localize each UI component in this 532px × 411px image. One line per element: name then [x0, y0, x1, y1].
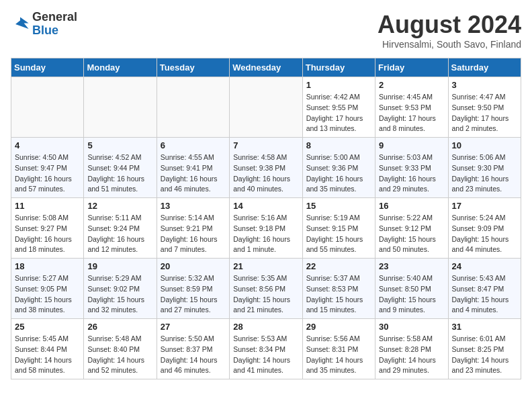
day-number: 31 [452, 322, 517, 332]
calendar-day-cell: 24Sunrise: 5:43 AMSunset: 8:47 PMDayligh… [448, 259, 521, 319]
day-info: Sunrise: 5:14 AMSunset: 9:21 PMDaylight:… [161, 213, 226, 255]
calendar-header-row: SundayMondayTuesdayWednesdayThursdayFrid… [11, 58, 521, 77]
day-number: 27 [161, 322, 226, 332]
day-info: Sunrise: 5:56 AMSunset: 8:31 PMDaylight:… [306, 334, 371, 376]
day-number: 6 [161, 140, 226, 150]
calendar-day-cell: 7Sunrise: 4:58 AMSunset: 9:38 PMDaylight… [230, 138, 302, 198]
location-subtitle: Hirvensalmi, South Savo, Finland [378, 39, 521, 50]
weekday-header: Tuesday [157, 58, 229, 77]
day-info: Sunrise: 5:50 AMSunset: 8:37 PMDaylight:… [161, 334, 226, 376]
calendar-day-cell: 1Sunrise: 4:42 AMSunset: 9:55 PMDaylight… [302, 77, 375, 138]
calendar-day-cell: 29Sunrise: 5:56 AMSunset: 8:31 PMDayligh… [302, 319, 375, 379]
calendar-day-cell: 2Sunrise: 4:45 AMSunset: 9:53 PMDaylight… [375, 77, 448, 138]
title-area: August 2024 Hirvensalmi, South Savo, Fin… [378, 11, 521, 50]
month-title: August 2024 [378, 11, 521, 39]
day-info: Sunrise: 5:48 AMSunset: 8:40 PMDaylight:… [87, 334, 152, 376]
calendar-day-cell: 31Sunrise: 6:01 AMSunset: 8:25 PMDayligh… [448, 319, 521, 379]
day-info: Sunrise: 5:32 AMSunset: 8:59 PMDaylight:… [161, 273, 226, 316]
day-number: 9 [379, 140, 444, 150]
day-number: 17 [452, 201, 517, 211]
calendar-day-cell: 22Sunrise: 5:37 AMSunset: 8:53 PMDayligh… [302, 259, 375, 319]
calendar-day-cell: 14Sunrise: 5:16 AMSunset: 9:18 PMDayligh… [230, 198, 302, 259]
calendar-day-cell: 18Sunrise: 5:27 AMSunset: 9:05 PMDayligh… [11, 259, 84, 319]
day-number: 25 [15, 322, 80, 332]
calendar-day-cell: 5Sunrise: 4:52 AMSunset: 9:44 PMDaylight… [84, 138, 157, 198]
logo-bird-icon [11, 15, 30, 34]
day-info: Sunrise: 4:42 AMSunset: 9:55 PMDaylight:… [306, 92, 371, 134]
calendar-day-cell: 11Sunrise: 5:08 AMSunset: 9:27 PMDayligh… [11, 198, 84, 259]
day-info: Sunrise: 4:55 AMSunset: 9:41 PMDaylight:… [161, 152, 226, 195]
day-number: 26 [87, 322, 152, 332]
calendar-week-row: 11Sunrise: 5:08 AMSunset: 9:27 PMDayligh… [11, 198, 521, 259]
day-number: 11 [15, 201, 80, 211]
calendar-day-cell [84, 77, 157, 138]
calendar-week-row: 1Sunrise: 4:42 AMSunset: 9:55 PMDaylight… [11, 77, 521, 138]
day-info: Sunrise: 5:08 AMSunset: 9:27 PMDaylight:… [15, 213, 80, 255]
day-info: Sunrise: 5:40 AMSunset: 8:50 PMDaylight:… [379, 273, 444, 316]
weekday-header: Friday [375, 58, 448, 77]
day-info: Sunrise: 5:03 AMSunset: 9:33 PMDaylight:… [379, 152, 444, 195]
day-info: Sunrise: 4:47 AMSunset: 9:50 PMDaylight:… [452, 92, 517, 134]
day-info: Sunrise: 4:45 AMSunset: 9:53 PMDaylight:… [379, 92, 444, 134]
weekday-header: Sunday [11, 58, 84, 77]
day-number: 16 [379, 201, 444, 211]
day-number: 7 [233, 140, 298, 150]
calendar-day-cell: 6Sunrise: 4:55 AMSunset: 9:41 PMDaylight… [157, 138, 229, 198]
calendar-day-cell: 25Sunrise: 5:45 AMSunset: 8:44 PMDayligh… [11, 319, 84, 379]
calendar-day-cell: 10Sunrise: 5:06 AMSunset: 9:30 PMDayligh… [448, 138, 521, 198]
day-info: Sunrise: 5:45 AMSunset: 8:44 PMDaylight:… [15, 334, 80, 376]
day-number: 15 [306, 201, 371, 211]
day-number: 19 [87, 261, 152, 271]
logo: General Blue [11, 11, 77, 38]
calendar-day-cell: 4Sunrise: 4:50 AMSunset: 9:47 PMDaylight… [11, 138, 84, 198]
day-number: 23 [379, 261, 444, 271]
day-info: Sunrise: 5:24 AMSunset: 9:09 PMDaylight:… [452, 213, 517, 255]
calendar-week-row: 25Sunrise: 5:45 AMSunset: 8:44 PMDayligh… [11, 319, 521, 379]
day-number: 18 [15, 261, 80, 271]
day-number: 3 [452, 80, 517, 90]
calendar-day-cell: 12Sunrise: 5:11 AMSunset: 9:24 PMDayligh… [84, 198, 157, 259]
day-number: 20 [161, 261, 226, 271]
logo-text: General Blue [32, 11, 77, 38]
calendar-day-cell: 17Sunrise: 5:24 AMSunset: 9:09 PMDayligh… [448, 198, 521, 259]
calendar-day-cell: 13Sunrise: 5:14 AMSunset: 9:21 PMDayligh… [157, 198, 229, 259]
day-number: 14 [233, 201, 298, 211]
calendar-day-cell: 26Sunrise: 5:48 AMSunset: 8:40 PMDayligh… [84, 319, 157, 379]
day-info: Sunrise: 5:19 AMSunset: 9:15 PMDaylight:… [306, 213, 371, 255]
day-info: Sunrise: 5:22 AMSunset: 9:12 PMDaylight:… [379, 213, 444, 255]
day-info: Sunrise: 5:29 AMSunset: 9:02 PMDaylight:… [87, 273, 152, 316]
calendar-week-row: 4Sunrise: 4:50 AMSunset: 9:47 PMDaylight… [11, 138, 521, 198]
calendar-day-cell: 15Sunrise: 5:19 AMSunset: 9:15 PMDayligh… [302, 198, 375, 259]
day-info: Sunrise: 5:53 AMSunset: 8:34 PMDaylight:… [233, 334, 298, 376]
day-number: 13 [161, 201, 226, 211]
calendar-day-cell: 21Sunrise: 5:35 AMSunset: 8:56 PMDayligh… [230, 259, 302, 319]
calendar-day-cell [230, 77, 302, 138]
calendar-day-cell: 16Sunrise: 5:22 AMSunset: 9:12 PMDayligh… [375, 198, 448, 259]
day-info: Sunrise: 5:06 AMSunset: 9:30 PMDaylight:… [452, 152, 517, 195]
calendar-day-cell: 30Sunrise: 5:58 AMSunset: 8:28 PMDayligh… [375, 319, 448, 379]
weekday-header: Thursday [302, 58, 375, 77]
calendar-day-cell: 9Sunrise: 5:03 AMSunset: 9:33 PMDaylight… [375, 138, 448, 198]
day-info: Sunrise: 5:43 AMSunset: 8:47 PMDaylight:… [452, 273, 517, 316]
day-number: 8 [306, 140, 371, 150]
day-info: Sunrise: 5:35 AMSunset: 8:56 PMDaylight:… [233, 273, 298, 316]
day-number: 30 [379, 322, 444, 332]
page-header: General Blue August 2024 Hirvensalmi, So… [11, 11, 521, 50]
day-number: 24 [452, 261, 517, 271]
calendar-day-cell: 20Sunrise: 5:32 AMSunset: 8:59 PMDayligh… [157, 259, 229, 319]
weekday-header: Saturday [448, 58, 521, 77]
day-info: Sunrise: 5:58 AMSunset: 8:28 PMDaylight:… [379, 334, 444, 376]
day-number: 12 [87, 201, 152, 211]
day-info: Sunrise: 5:00 AMSunset: 9:36 PMDaylight:… [306, 152, 371, 195]
day-info: Sunrise: 6:01 AMSunset: 8:25 PMDaylight:… [452, 334, 517, 376]
calendar-day-cell: 19Sunrise: 5:29 AMSunset: 9:02 PMDayligh… [84, 259, 157, 319]
day-info: Sunrise: 5:11 AMSunset: 9:24 PMDaylight:… [87, 213, 152, 255]
day-number: 29 [306, 322, 371, 332]
day-info: Sunrise: 4:58 AMSunset: 9:38 PMDaylight:… [233, 152, 298, 195]
day-number: 4 [15, 140, 80, 150]
day-info: Sunrise: 5:27 AMSunset: 9:05 PMDaylight:… [15, 273, 80, 316]
calendar-day-cell [11, 77, 84, 138]
calendar-table: SundayMondayTuesdayWednesdayThursdayFrid… [11, 58, 521, 379]
day-number: 2 [379, 80, 444, 90]
calendar-day-cell [157, 77, 229, 138]
